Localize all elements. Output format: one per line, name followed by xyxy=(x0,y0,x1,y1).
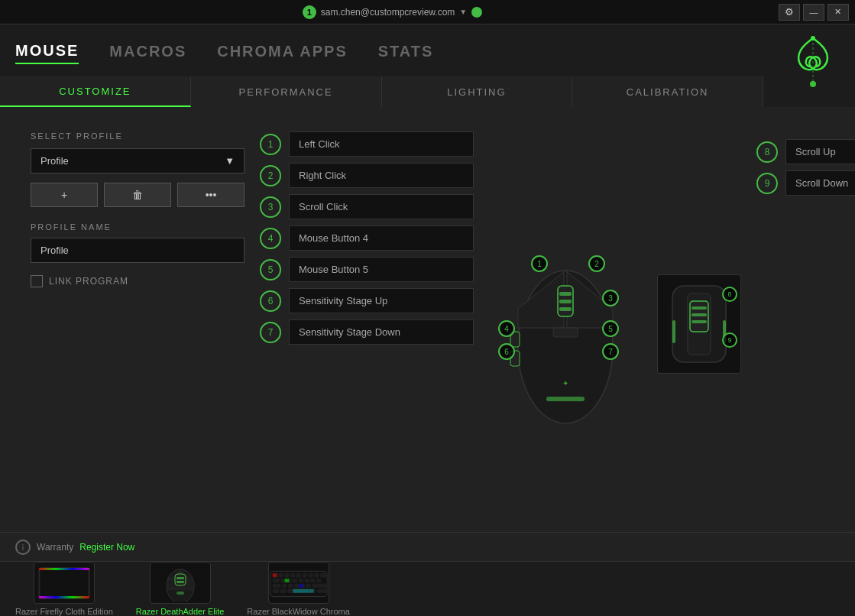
svg-rect-49 xyxy=(282,583,287,587)
dropdown-chevron-icon: ▼ xyxy=(225,155,235,167)
svg-rect-56 xyxy=(280,588,286,592)
subtab-lighting[interactable]: LIGHTING xyxy=(382,76,573,107)
subtab-performance[interactable]: PERFORMANCE xyxy=(191,76,382,107)
button-number-5: 5 xyxy=(260,259,281,280)
button-row-4: 4 Mouse Button 4 xyxy=(260,225,474,251)
button-row-3: 3 Scroll Click xyxy=(260,194,474,219)
link-program-label: LINK PROGRAM xyxy=(49,276,128,287)
window-controls: ⚙ — ✕ xyxy=(779,4,849,21)
devices-bar: Razer Firefly Cloth Edition Razer DeathA… xyxy=(0,562,855,616)
mouse-label-3: 3 xyxy=(602,290,619,306)
profile-dropdown[interactable]: Profile ▼ xyxy=(31,148,245,173)
button-label-7[interactable]: Sensitivity Stage Down xyxy=(289,319,474,345)
mouse-label-9: 9 xyxy=(722,332,737,348)
tab-macros[interactable]: MACROS xyxy=(109,40,186,63)
svg-rect-22 xyxy=(40,569,88,597)
add-profile-button[interactable]: + xyxy=(31,183,98,207)
device-deathadder[interactable]: Razer DeathAdder Elite xyxy=(136,562,225,616)
user-info: 1 sam.chen@custompcreview.com ▼ xyxy=(303,5,482,19)
content-body: SELECT PROFILE Profile ▼ + 🗑 ••• PROFILE… xyxy=(31,131,824,517)
subtab-customize[interactable]: CUSTOMIZE xyxy=(0,76,191,107)
device-thumb-deathadder xyxy=(150,562,211,604)
svg-rect-17 xyxy=(691,313,707,316)
button-number-2: 2 xyxy=(260,165,281,186)
device-thumb-blackwidow xyxy=(268,562,329,604)
mouse-label-7: 7 xyxy=(602,343,619,360)
link-program-checkbox[interactable] xyxy=(31,275,43,287)
svg-rect-28 xyxy=(177,581,184,583)
scroll-panel: 8 Scroll Up 9 Scroll Down xyxy=(756,131,855,517)
svg-rect-59 xyxy=(317,588,326,592)
profile-name-label: PROFILE NAME xyxy=(31,222,245,232)
profile-dropdown-value: Profile xyxy=(40,155,69,167)
more-options-button[interactable]: ••• xyxy=(177,183,245,207)
button-label-3[interactable]: Scroll Click xyxy=(289,194,474,219)
button-number-3: 3 xyxy=(260,196,281,218)
svg-rect-54 xyxy=(312,583,326,587)
button-label-2[interactable]: Right Click xyxy=(289,163,474,188)
device-firefly[interactable]: Razer Firefly Cloth Edition xyxy=(15,562,113,616)
svg-rect-51 xyxy=(294,583,299,587)
button-label-5[interactable]: Mouse Button 5 xyxy=(289,257,474,282)
svg-rect-29 xyxy=(177,592,184,595)
scroll-label-8[interactable]: Scroll Up xyxy=(785,139,855,164)
scroll-row-8: 8 Scroll Up xyxy=(756,139,855,164)
scroll-label-9[interactable]: Scroll Down xyxy=(785,170,855,196)
svg-rect-4 xyxy=(559,292,572,296)
delete-profile-button[interactable]: 🗑 xyxy=(104,183,171,207)
button-number-6: 6 xyxy=(260,290,281,312)
tab-chroma-apps[interactable]: CHROMA APPS xyxy=(217,40,348,63)
mouse-label-1: 1 xyxy=(531,255,548,272)
button-label-4[interactable]: Mouse Button 4 xyxy=(289,225,474,251)
svg-rect-35 xyxy=(296,573,301,577)
tab-stats[interactable]: STATS xyxy=(378,40,434,63)
minimize-button[interactable]: — xyxy=(803,4,824,21)
dropdown-arrow-icon[interactable]: ▼ xyxy=(459,8,467,16)
user-avatar: 1 xyxy=(303,5,316,19)
svg-rect-45 xyxy=(304,579,309,582)
svg-rect-46 xyxy=(310,579,315,582)
button-row-1: 1 Left Click xyxy=(260,131,474,157)
button-label-1[interactable]: Left Click xyxy=(289,131,474,157)
button-row-6: 6 Sensitivity Stage Up xyxy=(260,288,474,313)
svg-rect-53 xyxy=(306,583,310,587)
subtab-calibration[interactable]: CALIBRATION xyxy=(572,76,763,107)
profile-name-input[interactable] xyxy=(31,238,245,263)
nav-tabs: MOUSE MACROS CHROMA APPS STATS xyxy=(15,24,840,78)
svg-rect-62 xyxy=(299,583,303,587)
close-button[interactable]: ✕ xyxy=(827,4,849,21)
device-thumb-firefly xyxy=(34,562,95,604)
tab-mouse[interactable]: MOUSE xyxy=(15,39,79,64)
svg-rect-24 xyxy=(39,596,89,598)
svg-rect-27 xyxy=(177,577,184,579)
svg-rect-63 xyxy=(293,588,313,592)
link-program-row[interactable]: LINK PROGRAM xyxy=(31,275,245,287)
svg-rect-37 xyxy=(308,573,313,577)
button-row-5: 5 Mouse Button 5 xyxy=(260,257,474,282)
scroll-row-9: 9 Scroll Down xyxy=(756,170,855,196)
scroll-number-9: 9 xyxy=(756,173,778,194)
svg-rect-50 xyxy=(288,583,293,587)
settings-button[interactable]: ⚙ xyxy=(779,4,800,21)
svg-rect-55 xyxy=(272,588,278,592)
mouse-side-view: 8 9 xyxy=(657,274,741,374)
svg-rect-48 xyxy=(272,583,280,587)
device-name-deathadder: Razer DeathAdder Elite xyxy=(136,607,225,616)
svg-rect-60 xyxy=(272,573,277,577)
scroll-number-8: 8 xyxy=(756,141,778,163)
device-name-firefly: Razer Firefly Cloth Edition xyxy=(15,607,113,616)
button-label-6[interactable]: Sensitivity Stage Up xyxy=(289,288,474,313)
device-blackwidow[interactable]: Razer BlackWidow Chroma xyxy=(247,562,349,616)
button-number-1: 1 xyxy=(260,134,281,155)
svg-text:✦: ✦ xyxy=(562,379,568,387)
svg-rect-40 xyxy=(272,579,279,582)
svg-rect-43 xyxy=(293,579,297,582)
svg-rect-47 xyxy=(316,579,321,582)
sub-tabs: CUSTOMIZE PERFORMANCE LIGHTING CALIBRATI… xyxy=(0,76,763,107)
svg-rect-18 xyxy=(691,320,707,323)
svg-rect-19 xyxy=(672,320,675,343)
buttons-panel: 1 Left Click 2 Right Click 3 Scroll Clic… xyxy=(260,131,474,517)
register-now-link[interactable]: Register Now xyxy=(79,542,134,553)
button-row-7: 7 Sensitivity Stage Down xyxy=(260,319,474,345)
online-status-icon xyxy=(471,7,482,18)
